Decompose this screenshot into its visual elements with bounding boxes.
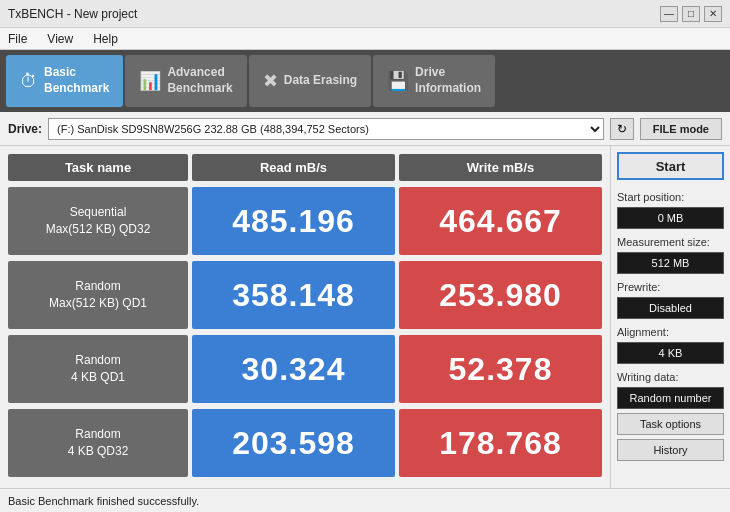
measurement-size-label: Measurement size: bbox=[617, 236, 724, 248]
row3-label: Random4 KB QD1 bbox=[8, 335, 188, 403]
row4-read: 203.598 bbox=[192, 409, 395, 477]
history-button[interactable]: History bbox=[617, 439, 724, 461]
menu-file[interactable]: File bbox=[4, 32, 31, 46]
writing-data-label: Writing data: bbox=[617, 371, 724, 383]
tab-drive-information-label: DriveInformation bbox=[415, 65, 481, 96]
window-controls: — □ ✕ bbox=[660, 6, 722, 22]
task-options-button[interactable]: Task options bbox=[617, 413, 724, 435]
bench-row-3: Random4 KB QD1 30.324 52.378 bbox=[8, 335, 602, 403]
bench-row-1: SequentialMax(512 KB) QD32 485.196 464.6… bbox=[8, 187, 602, 255]
file-mode-button[interactable]: FILE mode bbox=[640, 118, 722, 140]
drive-select[interactable]: (F:) SanDisk SD9SN8W256G 232.88 GB (488,… bbox=[48, 118, 604, 140]
drive-refresh-button[interactable]: ↻ bbox=[610, 118, 634, 140]
close-button[interactable]: ✕ bbox=[704, 6, 722, 22]
alignment-label: Alignment: bbox=[617, 326, 724, 338]
start-position-label: Start position: bbox=[617, 191, 724, 203]
menu-help[interactable]: Help bbox=[89, 32, 122, 46]
data-erasing-icon: ✖ bbox=[263, 70, 278, 92]
window-title: TxBENCH - New project bbox=[8, 7, 137, 21]
col-read: Read mB/s bbox=[192, 154, 395, 181]
toolbar: ⏱ BasicBenchmark 📊 AdvancedBenchmark ✖ D… bbox=[0, 50, 730, 112]
bench-row-2: RandomMax(512 KB) QD1 358.148 253.980 bbox=[8, 261, 602, 329]
row4-write: 178.768 bbox=[399, 409, 602, 477]
measurement-size-value: 512 MB bbox=[617, 252, 724, 274]
tab-data-erasing-label: Data Erasing bbox=[284, 73, 357, 89]
title-bar: TxBENCH - New project — □ ✕ bbox=[0, 0, 730, 28]
tab-data-erasing[interactable]: ✖ Data Erasing bbox=[249, 55, 371, 107]
row3-write: 52.378 bbox=[399, 335, 602, 403]
bench-header: Task name Read mB/s Write mB/s bbox=[8, 154, 602, 181]
drive-label: Drive: bbox=[8, 122, 42, 136]
menu-bar: File View Help bbox=[0, 28, 730, 50]
tab-drive-information[interactable]: 💾 DriveInformation bbox=[373, 55, 495, 107]
main-content: Task name Read mB/s Write mB/s Sequentia… bbox=[0, 146, 730, 488]
right-panel: Start Start position: 0 MB Measurement s… bbox=[610, 146, 730, 488]
bench-row-4: Random4 KB QD32 203.598 178.768 bbox=[8, 409, 602, 477]
status-text: Basic Benchmark finished successfully. bbox=[8, 495, 199, 507]
minimize-button[interactable]: — bbox=[660, 6, 678, 22]
prewrite-label: Prewrite: bbox=[617, 281, 724, 293]
alignment-value: 4 KB bbox=[617, 342, 724, 364]
basic-benchmark-icon: ⏱ bbox=[20, 71, 38, 92]
row2-label: RandomMax(512 KB) QD1 bbox=[8, 261, 188, 329]
writing-data-value: Random number bbox=[617, 387, 724, 409]
status-bar: Basic Benchmark finished successfully. bbox=[0, 488, 730, 512]
row2-read: 358.148 bbox=[192, 261, 395, 329]
drive-row: Drive: (F:) SanDisk SD9SN8W256G 232.88 G… bbox=[0, 112, 730, 146]
menu-view[interactable]: View bbox=[43, 32, 77, 46]
tab-basic-benchmark[interactable]: ⏱ BasicBenchmark bbox=[6, 55, 123, 107]
start-position-value: 0 MB bbox=[617, 207, 724, 229]
row3-read: 30.324 bbox=[192, 335, 395, 403]
row2-write: 253.980 bbox=[399, 261, 602, 329]
col-write: Write mB/s bbox=[399, 154, 602, 181]
col-taskname: Task name bbox=[8, 154, 188, 181]
row1-write: 464.667 bbox=[399, 187, 602, 255]
row1-label: SequentialMax(512 KB) QD32 bbox=[8, 187, 188, 255]
tab-basic-benchmark-label: BasicBenchmark bbox=[44, 65, 109, 96]
advanced-benchmark-icon: 📊 bbox=[139, 70, 161, 92]
row4-label: Random4 KB QD32 bbox=[8, 409, 188, 477]
maximize-button[interactable]: □ bbox=[682, 6, 700, 22]
row1-read: 485.196 bbox=[192, 187, 395, 255]
drive-information-icon: 💾 bbox=[387, 70, 409, 92]
tab-advanced-benchmark-label: AdvancedBenchmark bbox=[167, 65, 232, 96]
benchmark-area: Task name Read mB/s Write mB/s Sequentia… bbox=[0, 146, 610, 488]
prewrite-value: Disabled bbox=[617, 297, 724, 319]
start-button[interactable]: Start bbox=[617, 152, 724, 180]
tab-advanced-benchmark[interactable]: 📊 AdvancedBenchmark bbox=[125, 55, 246, 107]
